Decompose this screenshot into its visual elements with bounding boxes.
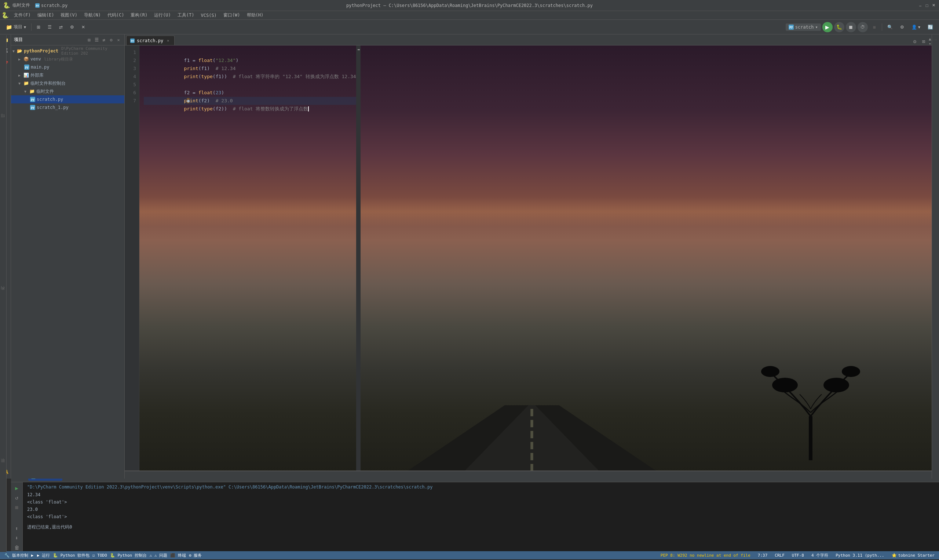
code-content[interactable]: f1 = float("12.34") print(f1) # 12.34 pr… [139,46,356,478]
status-run-btn[interactable]: ▶ ▶ 运行 [30,553,52,558]
terminal-label: 终端 [178,553,186,558]
project-list-icon[interactable]: ☰ [94,37,99,43]
toolbar-settings-btn[interactable]: ⚙ [67,23,77,31]
venv-icon: 📦 [23,57,29,62]
tree-scratch-folder[interactable]: ▼ 📁 临时文件和控制台 [11,79,124,87]
tree-scratch-py[interactable]: py scratch.py [11,95,124,103]
project-dropdown-button[interactable]: 📁 项目 ▾ [3,22,29,32]
tree-root-project[interactable]: ▼ 📂 pythonProject D\PyCharm Community Ed… [11,47,124,55]
menu-navigate[interactable]: 导航(N) [81,11,104,19]
menu-view[interactable]: 视图(V) [58,11,80,19]
right-icon-1[interactable]: ⋮ [933,37,938,43]
vertical-tab-1[interactable]: 结 [0,120,6,123]
status-line-col[interactable]: 7:37 [756,553,769,558]
run-clear-btn[interactable]: 🗑 [13,544,20,551]
maximize-button[interactable]: □ [924,3,930,8]
account-button[interactable]: 👤 ▾ [908,23,923,31]
status-crlf[interactable]: CRLF [773,553,786,558]
run-button[interactable]: ▶ [822,22,833,32]
tree-arrow-ext: ▶ [18,73,22,77]
tree-external-libs[interactable]: ▶ 📊 外部库 [11,71,124,79]
status-python-console-btn[interactable]: 🐍 Python 控制台 [109,553,148,558]
run-scroll-up-btn[interactable]: ⬆ [13,525,20,532]
menu-vcs[interactable]: VCS(S) [198,12,220,19]
editor-content[interactable]: 1 2 3 4 5 6 7 f1 = float("12.34") [125,46,939,478]
status-todo-btn[interactable]: ☑ TODO [91,553,109,558]
menu-edit[interactable]: 编辑(E) [34,11,57,19]
run-output-line-3: 23.0 [27,506,939,513]
update-button[interactable]: 🔄 [925,23,936,31]
python-pkg-icon: 🐍 [53,553,58,558]
tobnine-label: tobnine Starter [898,553,934,558]
status-problems-btn[interactable]: ⚠ ⚠ 问题 [148,553,169,558]
status-charset[interactable]: UTF-8 [790,553,805,558]
status-pep-warning[interactable]: PEP 8: W292 no newline at end of file [659,553,752,558]
project-panel-header: 项目 ⊞ ☰ ⇄ ⚙ ✕ [11,34,124,46]
run-stop-btn[interactable]: ■ [13,503,20,511]
run-rerun-btn[interactable]: ↺ [13,494,20,502]
run-with-coverage-button[interactable]: ◼ [846,22,856,32]
project-sync-icon[interactable]: ⊞ [86,37,92,43]
menu-run[interactable]: 运行(U) [151,11,174,19]
toolbar-icon-btn-1[interactable]: ⊞ [34,23,43,31]
run-side-buttons: ▶ ↺ ■ ⬆ ⬇ 🗑 [11,482,23,551]
minimize-button[interactable]: – [918,3,923,8]
scratch-tab-title[interactable]: scratch.py [41,3,68,8]
menu-app-icon: 🐍 [2,12,9,19]
scratch-folder-label: 临时文件和控制台 [31,80,66,86]
run-scroll-down-btn[interactable]: ⬇ [13,534,20,542]
toolbar-close-panel-btn[interactable]: ✕ [79,23,88,31]
venv-label: venv [31,57,41,62]
tree-main-py[interactable]: py main.py [11,63,124,71]
profile-button[interactable]: ⏱ [857,22,868,32]
tree-scratch-1-py[interactable]: py scratch_1.py [11,103,124,111]
scratch-dropdown-arrow[interactable]: ▾ [815,25,817,30]
tab-split-btn[interactable]: ⊠ [920,38,927,45]
run-output[interactable]: "D:\PyCharm Community Edition 2022.3\pyt… [23,482,939,551]
status-python-pkg-btn[interactable]: 🐍 Python 软件包 [51,553,91,558]
editor-tab-scratch[interactable]: py scratch.py ✕ [126,35,175,45]
status-python-version[interactable]: Python 3.11 (pyth... [834,553,885,558]
window-controls: – □ ✕ [918,3,936,8]
run-panel-header: 运行: py scratch ✕ ⚙ – [11,471,939,482]
status-services-btn[interactable]: ⚙ 服务 [188,553,203,558]
menu-file[interactable]: 文件(F) [11,11,34,19]
vertical-tab-2[interactable]: 构 [0,292,6,295]
tab-close-btn[interactable]: ✕ [165,38,171,43]
run-cmd-line: "D:\PyCharm Community Edition 2022.3\pyt… [27,485,939,489]
project-settings-icon[interactable]: ⚙ [108,37,114,43]
search-everywhere-button[interactable]: 🔍 [884,23,896,31]
toolbar-icon-btn-2[interactable]: ☰ [45,23,55,31]
toolbar-separator-1 [31,23,32,31]
menu-help[interactable]: 帮助(H) [244,11,267,19]
dropdown-arrow-icon: ▾ [24,25,26,30]
toolbar-icon-btn-3[interactable]: ⇄ [56,23,66,31]
toolbar-run-section: py scratch ▾ ▶ 🐛 ◼ ⏱ ■ 🔍 ⚙ 👤 ▾ 🔄 [786,22,936,32]
menu-tools[interactable]: 工具(T) [175,11,197,19]
status-indent[interactable]: 4 个字符 [810,553,830,558]
stop-button[interactable]: ■ [869,22,880,32]
project-panel-close[interactable]: ✕ [115,37,122,43]
status-terminal-btn[interactable]: ⬛ 终端 [169,553,188,558]
main-py-label: main.py [31,65,49,70]
close-button[interactable]: ✕ [931,3,936,8]
project-sort-icon[interactable]: ⇄ [101,37,107,43]
debug-button[interactable]: 🐛 [834,22,844,32]
svg-rect-9 [530,453,533,460]
run-start-btn[interactable]: ▶ [13,485,20,492]
menu-window[interactable]: 窗口(W) [220,11,243,19]
status-tobnine[interactable]: ⭐ tobnine Starter [890,553,936,558]
tree-venv[interactable]: ▶ 📦 venv library根目录 [11,55,124,63]
services-label: 服务 [194,553,202,558]
far-left-vertical-tabs: 结 构 联 [0,35,6,552]
tree-temp-files[interactable]: ▼ 📁 临时文件 [11,87,124,95]
right-scrollbar[interactable] [356,46,360,478]
menu-refactor[interactable]: 重构(R) [128,11,150,19]
svg-rect-5 [530,409,533,416]
code-editor-lines[interactable]: 1 2 3 4 5 6 7 f1 = float("12.34") [125,46,360,478]
status-vcs-btn[interactable]: 🔧 版本控制 [3,553,30,558]
menu-code[interactable]: 代码(C) [105,11,127,19]
vertical-tab-3[interactable]: 联 [0,464,6,467]
tab-settings-btn[interactable]: ⚙ [911,38,919,45]
settings-button[interactable]: ⚙ [897,23,907,31]
